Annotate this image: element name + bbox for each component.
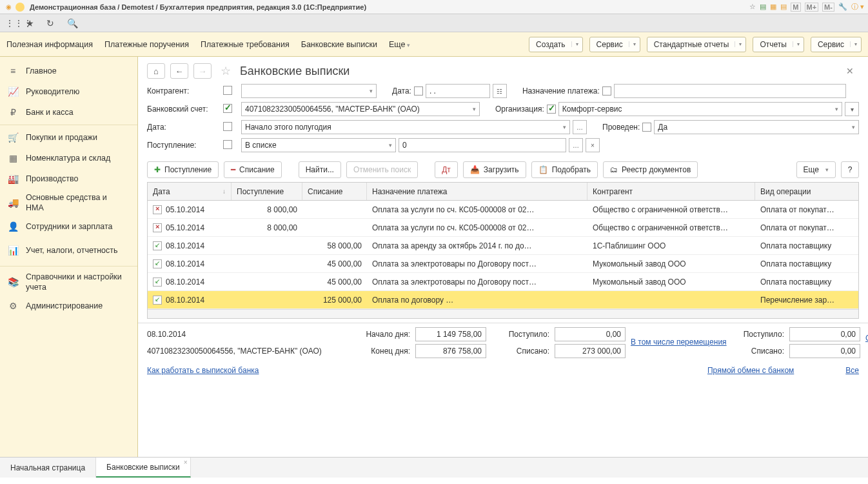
fav-star-icon[interactable]: ☆ (221, 64, 231, 78)
th-incoming[interactable]: Поступление (232, 183, 302, 200)
m-icon[interactable]: M (791, 3, 800, 12)
tab-close-icon[interactable]: × (184, 459, 188, 466)
org-ext-button[interactable]: ▾ (845, 102, 859, 116)
purpose-input[interactable] (614, 84, 846, 98)
sidebar-item-assets[interactable]: 🚚Основные средства и НМА (0, 189, 137, 216)
table-row[interactable]: 05.10.20148 000,00Оплата за услуги по сч… (148, 219, 858, 237)
tab-start[interactable]: Начальная страница (0, 458, 96, 478)
settings-icon[interactable]: 🔧 (838, 3, 847, 11)
exchange-link[interactable]: Прямой обмен с банком (707, 366, 794, 375)
table-row[interactable]: 05.10.20148 000,00Оплата за услуги по сч… (148, 201, 858, 219)
cmd-link-more[interactable]: Еще (389, 40, 410, 49)
pick-button[interactable]: 📋Подобрать (531, 161, 598, 178)
load-button[interactable]: 📥Загрузить (463, 161, 526, 178)
debug-icon[interactable] (15, 3, 25, 12)
apps-grid-icon[interactable]: ⋮⋮⋮ (5, 18, 17, 28)
tab-statements[interactable]: Банковские выписки× (96, 458, 191, 478)
incoming-button[interactable]: ✚Поступление (147, 161, 219, 178)
back-button[interactable]: ← (170, 63, 188, 79)
dt-kt-button[interactable]: Дт (435, 161, 458, 178)
history-icon[interactable]: ↻ (46, 18, 58, 28)
forward-button[interactable]: → (193, 63, 212, 79)
sidebar-item-trade[interactable]: 🛒Покупки и продажи (0, 127, 137, 148)
outgoing-button[interactable]: ━Списание (224, 161, 282, 178)
sidebar-item-prod[interactable]: 🏭Производство (0, 168, 137, 189)
sidebar-item-refs[interactable]: 📚Справочники и настройки учета (0, 268, 137, 296)
calc-icon[interactable]: ▦ (770, 3, 776, 11)
service-button[interactable]: Сервис▾ (589, 37, 640, 52)
table-row[interactable]: 08.10.201445 000,00Оплата за электротова… (148, 255, 858, 273)
m-plus-icon[interactable]: M+ (805, 3, 819, 12)
home-button[interactable]: ⌂ (147, 63, 165, 79)
org-checkbox[interactable] (547, 105, 556, 114)
purpose-checkbox[interactable] (602, 86, 611, 96)
registry-button[interactable]: 🗂Реестр документов (603, 161, 698, 178)
person-icon: 👤 (8, 221, 18, 232)
clipboard-icon[interactable]: ▤ (760, 3, 766, 11)
create-button[interactable]: Создать▾ (529, 37, 583, 52)
info-icon[interactable]: ⓘ ▾ (851, 2, 864, 12)
th-counterparty[interactable]: Контрагент (587, 183, 755, 200)
books-icon: 📚 (8, 276, 18, 288)
close-page-button[interactable]: ✕ (846, 66, 859, 76)
incoming-num-input[interactable]: 0 (399, 138, 566, 152)
end-label: Конец дня: (352, 347, 410, 356)
favorite-icon[interactable]: ★ (26, 18, 37, 28)
sidebar-item-stock[interactable]: ▦Номенклатура и склад (0, 148, 137, 168)
date-input[interactable]: . . (426, 84, 490, 98)
star-icon[interactable]: ☆ (749, 3, 756, 11)
sidebar-item-tax[interactable]: 📊Учет, налоги, отчетность (0, 237, 137, 264)
hide-totals-link[interactable]: Скрыть итоги (865, 334, 868, 352)
sidebar-item-bank[interactable]: ₽Банк и касса (0, 102, 137, 123)
incoming-clear-button[interactable]: × (586, 138, 600, 152)
search-icon[interactable]: 🔍 (67, 18, 79, 28)
transfers-link[interactable]: В том числе перемещения (631, 338, 727, 348)
cancel-find-button[interactable]: Отменить поиск (346, 161, 418, 178)
date2-ext-button[interactable]: … (573, 120, 587, 134)
horizontal-scrollbar[interactable] (148, 309, 858, 318)
incoming-select[interactable]: В списке▾ (241, 138, 396, 152)
counterparty-checkbox[interactable] (223, 86, 232, 95)
cmd-link-payments[interactable]: Платежные поручения (104, 40, 189, 49)
std-reports-button[interactable]: Стандартные отчеты▾ (647, 37, 747, 52)
reports-button[interactable]: Отчеты▾ (753, 37, 804, 52)
th-purpose[interactable]: Назначение платежа (367, 183, 587, 200)
more-button[interactable]: Еще▾ (796, 161, 836, 178)
bankacct-select[interactable]: 40710823230050064556, "МАСТЕР-БАНК" (ОАО… (241, 102, 480, 116)
date-checkbox[interactable] (414, 86, 423, 96)
summary-panel: 08.10.2014 Начало дня: 1 149 758,00 Пост… (138, 323, 868, 362)
th-outgoing[interactable]: Списание (302, 183, 367, 200)
find-button[interactable]: Найти... (299, 161, 341, 178)
counterparty-select[interactable]: ▾ (241, 84, 377, 98)
sidebar-item-manager[interactable]: 📈Руководителю (0, 81, 137, 102)
th-date[interactable]: Дата↓ (148, 183, 232, 200)
calendar-icon[interactable]: ▤ (780, 3, 787, 11)
table-row[interactable]: 08.10.201445 000,00Оплата за электротова… (148, 273, 858, 291)
cmd-link-demands[interactable]: Платежные требования (201, 40, 290, 49)
table-row[interactable]: 08.10.201458 000,00Оплата за аренду за о… (148, 237, 858, 255)
posted-checkbox[interactable] (642, 123, 651, 132)
cmd-link-statements[interactable]: Банковские выписки (301, 40, 377, 49)
incoming-checkbox[interactable] (223, 140, 232, 149)
bars-icon: 📊 (8, 245, 18, 256)
doc-status-icon (153, 223, 162, 232)
date2-checkbox[interactable] (223, 122, 232, 131)
sidebar-item-main[interactable]: ≡Главное (0, 61, 137, 81)
bankacct-checkbox[interactable] (223, 104, 232, 113)
incoming-ext-button[interactable]: … (569, 138, 583, 152)
th-operation[interactable]: Вид операции (755, 183, 858, 200)
cmd-link-info[interactable]: Полезная информация (6, 40, 93, 49)
date2-select[interactable]: Начало этого полугодия▾ (241, 120, 570, 134)
sidebar-item-admin[interactable]: ⚙Администрирование (0, 296, 137, 316)
help-button[interactable]: ? (841, 161, 859, 178)
org-select[interactable]: Комфорт-сервис▾ (558, 102, 842, 116)
calendar-button[interactable]: ☷ (493, 84, 507, 98)
posted-select[interactable]: Да▾ (654, 120, 859, 134)
all-link[interactable]: Все (845, 366, 859, 375)
how-to-link[interactable]: Как работать с выпиской банка (147, 366, 259, 375)
service2-button[interactable]: Сервис▾ (811, 37, 862, 52)
sidebar-item-hr[interactable]: 👤Сотрудники и зарплата (0, 216, 137, 237)
table-row[interactable]: 08.10.2014125 000,00Оплата по договору …… (148, 291, 858, 309)
m-minus-icon[interactable]: M- (822, 3, 834, 12)
in2-label: Поступило: (733, 330, 784, 339)
